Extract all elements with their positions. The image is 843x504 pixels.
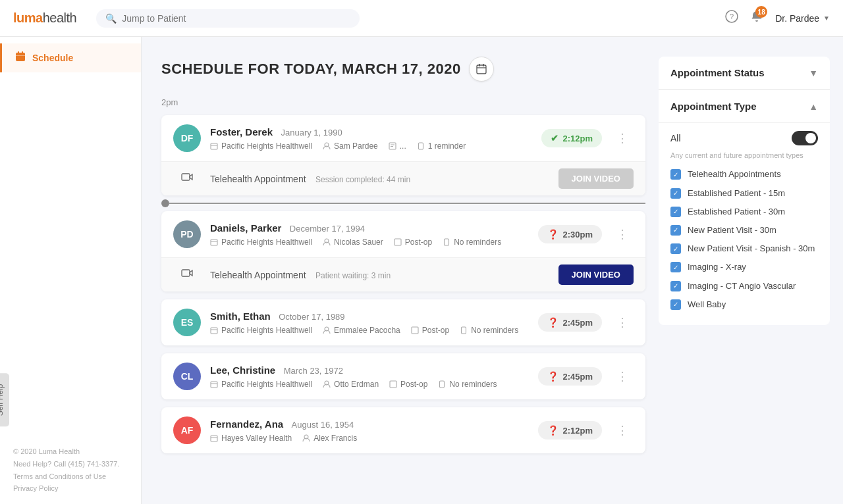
telehealth-sub-row: Telehealth Appointment Session completed… xyxy=(161,161,645,195)
telehealth-icon xyxy=(173,173,201,185)
filter-checkbox-imaging-ct[interactable] xyxy=(670,281,681,291)
svg-rect-17 xyxy=(182,174,190,180)
filter-item: New Patient Visit - Spanish - 30m xyxy=(670,243,818,255)
notification-badge: 18 xyxy=(755,6,767,18)
patient-name: Smith, Ethan xyxy=(210,311,271,322)
schedule-icon xyxy=(15,51,26,64)
search-input[interactable] xyxy=(122,13,350,24)
provider-meta: Otto Erdman xyxy=(323,380,379,389)
svg-rect-27 xyxy=(412,327,418,334)
svg-rect-34 xyxy=(211,436,217,441)
schedule-title: SCHEDULE FOR TODAY, MARCH 17, 2020 xyxy=(161,61,461,78)
bell-icon[interactable]: 18 xyxy=(750,10,763,26)
location-meta: Pacific Heights Healthwell xyxy=(210,141,312,151)
filter-item-label: Imaging - CT Angio Vascular xyxy=(688,280,796,292)
current-time-indicator xyxy=(161,199,645,207)
svg-text:?: ? xyxy=(730,13,734,20)
privacy-link[interactable]: Privacy Policy xyxy=(13,484,58,492)
building-icon xyxy=(210,238,218,246)
sidebar-item-schedule[interactable]: Schedule xyxy=(0,43,141,72)
svg-rect-29 xyxy=(211,382,217,388)
reminders-text: No reminders xyxy=(449,380,497,389)
provider-icon xyxy=(323,326,331,334)
filter-checkbox-established-15m[interactable] xyxy=(670,188,681,199)
join-video-button[interactable]: JOIN VIDEO xyxy=(558,265,634,285)
location-meta: Pacific Heights Healthwell xyxy=(210,326,312,335)
reminders-meta: No reminders xyxy=(438,380,497,389)
copyright: © 2020 Luma Health xyxy=(13,445,128,458)
appointment-type-header[interactable]: Appointment Type ▲ xyxy=(659,90,830,123)
appointment-time-badge: ✔ 2:12pm xyxy=(541,129,602,147)
appointment-card: DF Foster, Derek January 1, 1990 Pacific… xyxy=(161,115,645,195)
notes-text: ... xyxy=(400,141,406,151)
svg-rect-4 xyxy=(22,51,23,54)
provider-text: Nicolas Sauer xyxy=(334,238,383,247)
svg-rect-18 xyxy=(211,239,217,245)
filter-item-label: Established Patient - 15m xyxy=(688,188,785,199)
more-options-button[interactable]: ⋮ xyxy=(611,420,634,440)
patient-dob: January 1, 1990 xyxy=(281,128,342,138)
search-bar[interactable]: 🔍 xyxy=(96,9,360,28)
calendar-button[interactable] xyxy=(469,57,494,82)
filter-checkbox-telehealth[interactable] xyxy=(670,169,681,180)
more-options-button[interactable]: ⋮ xyxy=(611,224,634,244)
terms-link[interactable]: Terms and Conditions of Use xyxy=(13,472,106,480)
topnav: lumahealth 🔍 ? 18 Dr. Pardee ▼ xyxy=(0,0,843,37)
svg-rect-3 xyxy=(18,51,19,54)
filter-checkbox-established-30m[interactable] xyxy=(670,207,681,217)
appt-main-row: ES Smith, Ethan October 17, 1989 Pacific… xyxy=(161,299,645,345)
filter-item: Well Baby xyxy=(670,299,818,311)
svg-rect-32 xyxy=(390,381,396,388)
more-options-button[interactable]: ⋮ xyxy=(611,366,634,386)
appointment-card: AF Fernandez, Ana August 16, 1954 Hayes … xyxy=(161,407,645,453)
topnav-right: ? 18 Dr. Pardee ▼ xyxy=(725,10,830,26)
svg-rect-2 xyxy=(16,53,25,61)
filter-item-label: Established Patient - 30m xyxy=(688,206,785,218)
chevron-down-icon: ▼ xyxy=(809,68,818,78)
appt-meta: Hayes Valley Health Alex Francis xyxy=(210,434,529,443)
avatar-initials: ES xyxy=(181,317,194,328)
appt-type-meta: Post-op xyxy=(389,380,427,389)
appointment-type-title: Appointment Type xyxy=(670,101,757,112)
reminders-text: No reminders xyxy=(471,326,518,335)
location-meta: Pacific Heights Healthwell xyxy=(210,380,312,389)
filter-panel: Appointment Status ▼ Appointment Type ▲ … xyxy=(659,57,830,484)
provider-meta: Alex Francis xyxy=(302,434,357,443)
filter-checkbox-well-baby[interactable] xyxy=(670,299,681,310)
filter-item: Imaging - CT Angio Vascular xyxy=(670,280,818,292)
filter-checkbox-imaging-xray[interactable] xyxy=(670,262,681,272)
user-menu-button[interactable]: Dr. Pardee ▼ xyxy=(775,13,830,24)
filter-item-label: Well Baby xyxy=(688,299,726,311)
filter-item-label: New Patient Visit - 30m xyxy=(688,224,776,236)
sidebar: Schedule © 2020 Luma Health Need Help? C… xyxy=(0,37,142,504)
question-icon: ❓ xyxy=(547,317,558,328)
provider-text: Emmalee Pacocha xyxy=(334,326,400,335)
time-label-2pm: 2pm xyxy=(161,97,645,107)
filter-checkbox-new-patient-30m[interactable] xyxy=(670,225,681,236)
telehealth-name: Telehealth Appointment xyxy=(210,270,306,280)
appointment-time-badge: ❓ 2:30pm xyxy=(538,225,602,243)
svg-rect-24 xyxy=(211,328,217,334)
help-icon[interactable]: ? xyxy=(725,10,738,26)
all-toggle-switch[interactable] xyxy=(792,131,818,145)
telehealth-status: Patient waiting: 3 min xyxy=(315,271,391,280)
question-icon: ❓ xyxy=(547,371,558,382)
appointment-status-section: Appointment Status ▼ Appointment Type ▲ … xyxy=(659,57,830,325)
avatar: ES xyxy=(173,309,201,336)
svg-rect-7 xyxy=(479,64,480,66)
building-icon xyxy=(210,434,218,442)
appt-info: Foster, Derek January 1, 1990 Pacific He… xyxy=(210,126,532,151)
filter-checkbox-new-patient-spanish[interactable] xyxy=(670,243,681,254)
self-help-tab[interactable]: Self Help xyxy=(0,382,63,400)
reminders-text: No reminders xyxy=(454,238,501,247)
telehealth-icon xyxy=(173,269,201,281)
notes-icon xyxy=(389,142,396,150)
notes-icon xyxy=(389,380,397,388)
more-options-button[interactable]: ⋮ xyxy=(611,128,634,148)
appointment-status-header[interactable]: Appointment Status ▼ xyxy=(659,57,830,89)
avatar: PD xyxy=(173,220,201,248)
join-video-button[interactable]: JOIN VIDEO xyxy=(558,168,634,189)
svg-rect-16 xyxy=(418,143,423,149)
avatar: DF xyxy=(173,124,201,152)
more-options-button[interactable]: ⋮ xyxy=(611,313,634,332)
